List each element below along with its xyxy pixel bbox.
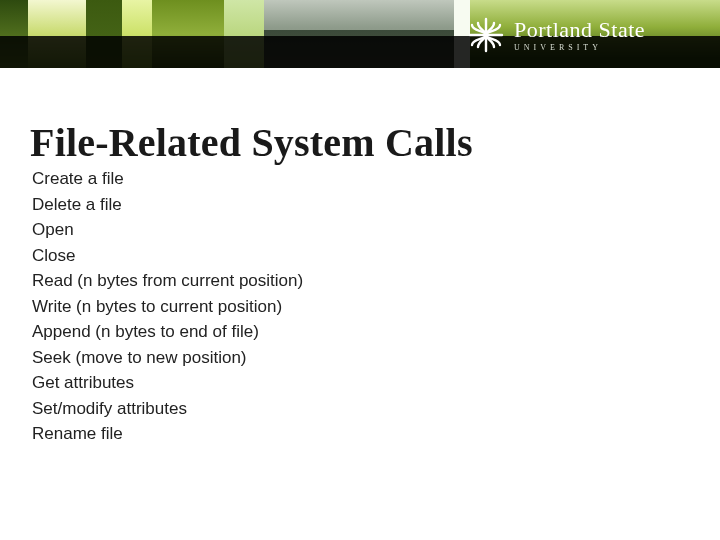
- banner: Portland State UNIVERSITY: [0, 0, 720, 68]
- logo-sub-text: UNIVERSITY: [514, 44, 645, 52]
- slide: Portland State UNIVERSITY File-Related S…: [0, 0, 720, 540]
- list-item: Write (n bytes to current position): [32, 294, 672, 320]
- logo-main-text: Portland State: [514, 19, 645, 41]
- list-item: Close: [32, 243, 672, 269]
- university-logo: Portland State UNIVERSITY: [468, 10, 708, 60]
- slide-body: Create a file Delete a file Open Close R…: [32, 166, 672, 447]
- list-item: Set/modify attributes: [32, 396, 672, 422]
- list-item: Get attributes: [32, 370, 672, 396]
- list-item: Seek (move to new position): [32, 345, 672, 371]
- list-item: Delete a file: [32, 192, 672, 218]
- crest-icon: [468, 17, 504, 53]
- list-item: Rename file: [32, 421, 672, 447]
- list-item: Open: [32, 217, 672, 243]
- slide-title: File-Related System Calls: [30, 119, 473, 166]
- logo-text: Portland State UNIVERSITY: [514, 19, 645, 52]
- list-item: Append (n bytes to end of file): [32, 319, 672, 345]
- list-item: Read (n bytes from current position): [32, 268, 672, 294]
- list-item: Create a file: [32, 166, 672, 192]
